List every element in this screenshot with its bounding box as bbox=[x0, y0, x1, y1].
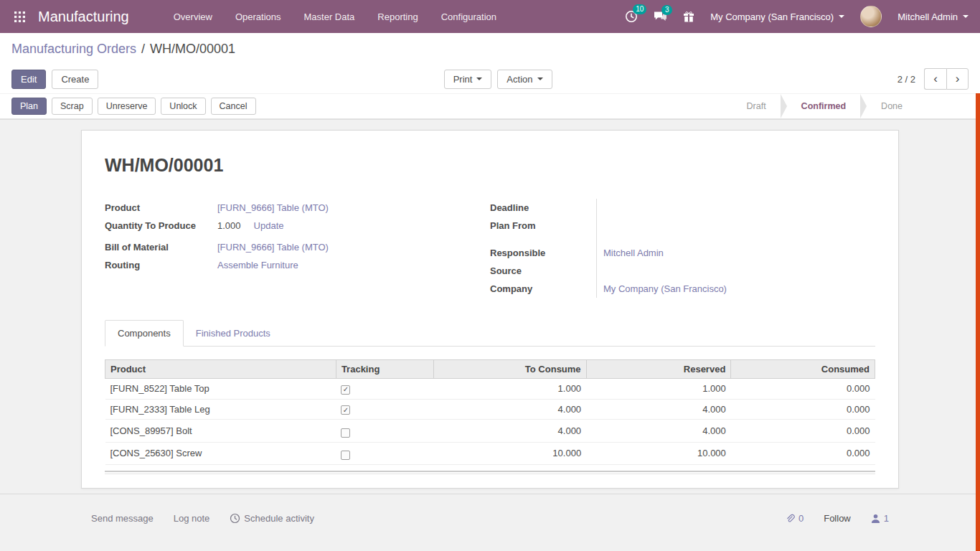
cell-consumed: 0.000 bbox=[731, 399, 875, 420]
navbar-systray: 10 3 My Company (San Francisco) Mitchell… bbox=[625, 6, 969, 27]
edit-button[interactable]: Edit bbox=[11, 70, 46, 89]
cell-consumed: 0.000 bbox=[731, 420, 875, 443]
field-label-plan-from: Plan From bbox=[490, 220, 536, 231]
tracking-checkbox[interactable] bbox=[341, 428, 350, 438]
chevron-down-icon bbox=[537, 77, 543, 83]
field-label-responsible: Responsible bbox=[490, 248, 545, 258]
control-panel: Edit Create Print Action 2 / 2 ‹ › bbox=[0, 65, 980, 93]
component-row[interactable]: [CONS_25630] Screw 10.000 10.000 0.000 bbox=[105, 442, 875, 465]
cell-product: [FURN_8522] Table Top bbox=[105, 379, 336, 400]
col-header-to-consume[interactable]: To Consume bbox=[434, 360, 586, 379]
breadcrumb-parent[interactable]: Manufacturing Orders bbox=[11, 42, 136, 57]
log-note-button[interactable]: Log note bbox=[174, 513, 210, 524]
gift-icon bbox=[683, 11, 694, 23]
follow-button[interactable]: Follow bbox=[824, 513, 851, 524]
field-label-deadline: Deadline bbox=[490, 202, 529, 213]
cancel-button[interactable]: Cancel bbox=[211, 98, 256, 115]
schedule-activity-button[interactable]: Schedule activity bbox=[230, 513, 314, 524]
cell-reserved: 4.000 bbox=[586, 399, 731, 420]
apps-menu-button[interactable] bbox=[11, 9, 28, 25]
messages-button[interactable]: 3 bbox=[654, 11, 667, 23]
app-name[interactable]: Manufacturing bbox=[38, 9, 129, 25]
cell-product: [CONS_25630] Screw bbox=[105, 442, 336, 465]
cell-reserved: 10.000 bbox=[586, 442, 731, 465]
col-header-consumed[interactable]: Consumed bbox=[731, 360, 875, 379]
company-switcher[interactable]: My Company (San Francisco) bbox=[710, 11, 844, 22]
menu-master-data[interactable]: Master Data bbox=[304, 11, 355, 22]
col-header-reserved[interactable]: Reserved bbox=[586, 360, 731, 379]
announcements-button[interactable] bbox=[683, 11, 694, 23]
scrap-button[interactable]: Scrap bbox=[52, 98, 93, 115]
messages-badge: 3 bbox=[661, 5, 672, 15]
action-label: Action bbox=[507, 74, 532, 85]
schedule-activity-label: Schedule activity bbox=[244, 513, 314, 524]
field-label-company: Company bbox=[490, 283, 532, 294]
component-row[interactable]: [FURN_2333] Table Leg ✓ 4.000 4.000 0.00… bbox=[105, 399, 875, 420]
col-header-product[interactable]: Product bbox=[105, 360, 336, 379]
print-dropdown-button[interactable]: Print bbox=[444, 70, 492, 89]
breadcrumb-separator: / bbox=[141, 42, 145, 57]
field-group-left: Product Quantity To Produce Bill of Mate… bbox=[105, 199, 490, 298]
stage-confirmed[interactable]: Confirmed bbox=[787, 101, 861, 111]
chevron-down-icon bbox=[963, 15, 969, 21]
form-view-background: WH/MO/00001 Product Quantity To Produce … bbox=[0, 119, 980, 494]
stage-arrow-icon bbox=[781, 94, 787, 118]
activities-badge: 10 bbox=[633, 4, 646, 14]
create-button[interactable]: Create bbox=[52, 70, 98, 89]
field-label-source: Source bbox=[490, 265, 522, 276]
tracking-checkbox[interactable] bbox=[341, 451, 350, 460]
cell-product: [CONS_89957] Bolt bbox=[105, 420, 336, 443]
update-quantity-link[interactable]: Update bbox=[254, 220, 284, 231]
pager-previous-button[interactable]: ‹ bbox=[924, 68, 946, 90]
cell-reserved: 4.000 bbox=[586, 420, 731, 443]
pager-next-button[interactable]: › bbox=[946, 68, 969, 90]
unreserve-button[interactable]: Unreserve bbox=[98, 98, 156, 115]
check-icon: ✓ bbox=[343, 386, 349, 393]
plan-button[interactable]: Plan bbox=[11, 98, 47, 115]
menu-configuration[interactable]: Configuration bbox=[441, 11, 496, 22]
tab-finished-products[interactable]: Finished Products bbox=[184, 320, 283, 347]
followers-button[interactable]: 1 bbox=[871, 513, 889, 524]
chatter: Send message Log note Schedule activity … bbox=[0, 494, 980, 551]
menu-reporting[interactable]: Reporting bbox=[377, 11, 418, 22]
field-value-source bbox=[603, 262, 875, 280]
action-dropdown-button[interactable]: Action bbox=[497, 70, 552, 89]
scrollbar-thumb[interactable] bbox=[976, 93, 980, 551]
activities-button[interactable]: 10 bbox=[625, 10, 638, 23]
cell-consumed: 0.000 bbox=[731, 442, 875, 465]
col-header-tracking[interactable]: Tracking bbox=[336, 360, 433, 379]
tracking-checkbox[interactable]: ✓ bbox=[341, 385, 350, 395]
field-label-bom: Bill of Material bbox=[105, 242, 169, 253]
components-table: Product Tracking To Consume Reserved Con… bbox=[105, 359, 875, 465]
unlock-button[interactable]: Unlock bbox=[161, 98, 205, 115]
field-label-quantity: Quantity To Produce bbox=[105, 220, 196, 231]
field-value-responsible[interactable]: Mitchell Admin bbox=[603, 248, 664, 258]
menu-overview[interactable]: Overview bbox=[174, 11, 212, 22]
check-icon: ✓ bbox=[343, 407, 349, 414]
form-sheet: WH/MO/00001 Product Quantity To Produce … bbox=[81, 130, 899, 489]
field-label-routing: Routing bbox=[105, 260, 140, 270]
menu-operations[interactable]: Operations bbox=[235, 11, 281, 22]
field-label-product: Product bbox=[105, 202, 140, 213]
attachments-button[interactable]: 0 bbox=[785, 513, 804, 524]
field-value-bom[interactable]: [FURN_9666] Table (MTO) bbox=[217, 242, 329, 253]
send-message-button[interactable]: Send message bbox=[91, 513, 154, 524]
field-value-product[interactable]: [FURN_9666] Table (MTO) bbox=[217, 202, 329, 213]
component-row[interactable]: [FURN_8522] Table Top ✓ 1.000 1.000 0.00… bbox=[105, 379, 875, 400]
chevron-left-icon: ‹ bbox=[933, 72, 938, 86]
tracking-checkbox[interactable]: ✓ bbox=[341, 405, 350, 415]
field-value-routing[interactable]: Assemble Furniture bbox=[217, 260, 298, 270]
field-group-right: Deadline Plan From Responsible Source Co… bbox=[490, 199, 875, 298]
stage-draft[interactable]: Draft bbox=[732, 101, 781, 111]
person-icon bbox=[871, 514, 880, 523]
tab-components[interactable]: Components bbox=[105, 320, 184, 347]
user-menu[interactable]: Mitchell Admin bbox=[897, 11, 969, 22]
stage-done[interactable]: Done bbox=[867, 101, 917, 111]
record-title: WH/MO/00001 bbox=[105, 155, 875, 176]
user-avatar[interactable] bbox=[860, 6, 882, 27]
component-row[interactable]: [CONS_89957] Bolt 4.000 4.000 0.000 bbox=[105, 420, 875, 443]
attachment-count: 0 bbox=[798, 513, 804, 524]
table-footer-rule bbox=[105, 471, 875, 474]
top-navbar: Manufacturing Overview Operations Master… bbox=[0, 0, 980, 33]
field-value-company[interactable]: My Company (San Francisco) bbox=[603, 283, 727, 294]
